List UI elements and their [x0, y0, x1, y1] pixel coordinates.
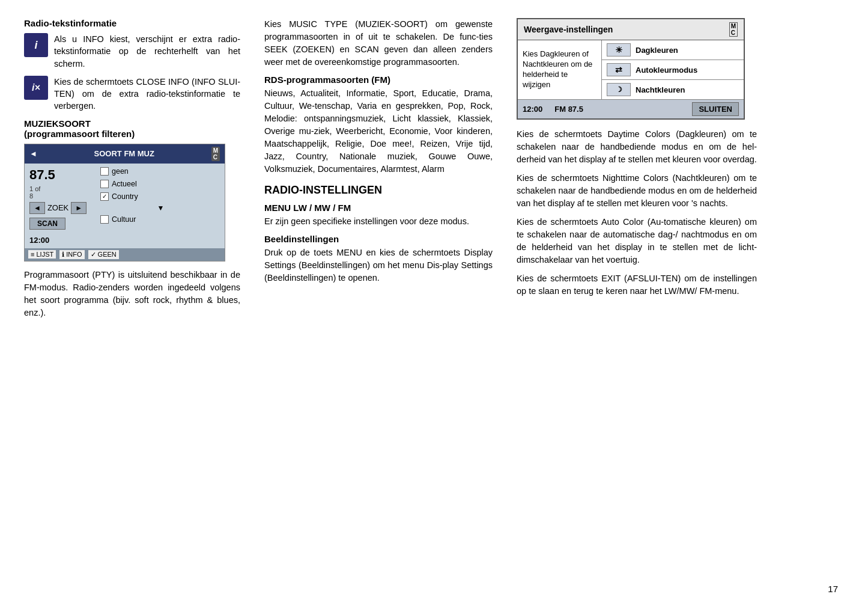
fm-counter: 1 of 8 [29, 185, 92, 200]
autokleurmodus-button[interactable]: ⇄ Autokleurmodus [602, 60, 744, 80]
page-number: 17 [828, 584, 838, 594]
close-info-icon: i× [24, 76, 48, 100]
checkbox-country[interactable]: ✓ [100, 192, 109, 201]
beeldinstellingen-body: Druk op de toets MENU en kies de schermt… [264, 246, 493, 284]
fm-body: 87.5 1 of 8 ◄ ZOEK ► SCAN 12:00 [25, 164, 225, 248]
fm-of-label: of [35, 185, 40, 192]
dagkleuren-label: Dagkleuren [636, 46, 678, 55]
display-mc-badge: MC [729, 22, 738, 37]
fm-back-arrow[interactable]: ◄ [29, 149, 37, 158]
radio-tekstinformatie-heading: Radio-tekstinformatie [24, 18, 240, 28]
fm-title: SOORT FM MUZ [94, 149, 154, 158]
beeldinstellingen-heading: Beeldinstellingen [264, 234, 493, 244]
list-item-actueel[interactable]: Actueel [100, 179, 221, 189]
list-item-country[interactable]: ✓ Country [100, 191, 221, 202]
label-country: Country [112, 192, 138, 201]
right-para-3: Kies de schermtoets Auto Color (Au-tomat… [517, 216, 757, 266]
nachtkleuren-label: Nachtkleuren [636, 85, 685, 94]
fm-seek-label: ZOEK [47, 203, 68, 212]
display-row-buttons: ☀ Dagkleuren ⇄ Autokleurmodus ☽ [602, 40, 744, 99]
muzieksoort-heading: MUZIEKSOORT (programmasoort filteren) [24, 118, 240, 139]
pty-description: Programmasoort (PTY) is uitsluitend besc… [24, 269, 240, 319]
menu-lw-mw-fm-heading: MENU LW / MW / FM [264, 203, 493, 213]
list-item-geen[interactable]: geen [100, 166, 221, 177]
display-bottom-bar: 12:00 FM 87.5 SLUITEN [518, 100, 744, 118]
left-column: Radio-tekstinformatie i Als u INFO kiest… [24, 18, 252, 594]
fm-prev-button[interactable]: ◄ [29, 202, 45, 214]
checkbox-cultuur[interactable] [100, 215, 109, 224]
display-settings-widget: Weergave-instellingen MC Kies Dagkleuren… [517, 18, 745, 120]
fm-display-widget: ◄ SOORT FM MUZ MC 87.5 1 of 8 ◄ ZOEK ► [24, 144, 225, 262]
menu-lw-mw-fm-body: Er zijn geen specifieke instellingen voo… [264, 215, 493, 228]
dagkleuren-icon: ☀ [607, 43, 631, 57]
fm-time: 12:00 [29, 236, 92, 245]
fm-scan-row: SCAN [29, 218, 92, 232]
label-cultuur: Cultuur [112, 215, 136, 224]
icon1-text: Als u INFO kiest, verschijnt er extra ra… [54, 33, 240, 70]
display-time: 12:00 [523, 105, 542, 114]
radio-instellingen-heading: RADIO-INSTELLINGEN [264, 184, 493, 197]
fm-bottom-bar: ≡ LIJST ℹ INFO ✓ GEEN [25, 248, 225, 261]
fm-geen-button[interactable]: ✓ GEEN [88, 250, 119, 259]
icon2-text: Kies de schermtoets CLOSE INFO (INFO SLU… [54, 76, 240, 112]
fm-next-button[interactable]: ► [71, 202, 86, 214]
info-icon: i [24, 33, 48, 57]
right-para-1: Kies de schermtoets Daytime Colors (Dagk… [517, 128, 757, 166]
fm-info-button[interactable]: ℹ INFO [59, 250, 84, 259]
right-para-4: Kies de schermtoets EXIT (AFSLUI-TEN) om… [517, 272, 757, 298]
fm-frequency: 87.5 [29, 167, 92, 183]
display-title: Weergave-instellingen [524, 25, 613, 34]
fm-scroll-down[interactable]: ▼ [100, 204, 221, 212]
fm-lijst-button[interactable]: ≡ LIJST [28, 250, 56, 259]
icon-info-box: i Als u INFO kiest, verschijnt er extra … [24, 33, 240, 70]
fm-right-panel: geen Actueel ✓ Country ▼ Cultuur [97, 164, 225, 248]
nachtkleuren-button[interactable]: ☽ Nachtkleuren [602, 80, 744, 99]
label-actueel: Actueel [112, 180, 137, 188]
middle-column: Kies MUSIC TYPE (MUZIEK-SOORT) om gewens… [252, 18, 505, 594]
display-title-bar: Weergave-instellingen MC [518, 19, 744, 40]
display-fm-text: FM 87.5 [554, 105, 583, 114]
display-main-row: Kies Dagkleuren of Nachtkleuren om de he… [518, 40, 744, 100]
right-para-2: Kies de schermtoets Nighttime Colors (Na… [517, 172, 757, 210]
label-geen: geen [112, 167, 129, 176]
dagkleuren-button[interactable]: ☀ Dagkleuren [602, 40, 744, 60]
rds-programmasoorten-heading: RDS-programmasoorten (FM) [264, 75, 493, 85]
fm-scan-button[interactable]: SCAN [29, 218, 65, 230]
fm-top-bar: ◄ SOORT FM MUZ MC [25, 144, 225, 164]
nachtkleuren-icon: ☽ [607, 83, 631, 96]
fm-left-panel: 87.5 1 of 8 ◄ ZOEK ► SCAN 12:00 [25, 164, 97, 248]
fm-mc-badge: MC [211, 147, 220, 161]
autokleurmodus-label: Autokleurmodus [636, 66, 697, 75]
autokleurmodus-icon: ⇄ [607, 63, 631, 76]
right-column: Weergave-instellingen MC Kies Dagkleuren… [505, 18, 757, 594]
checkbox-actueel[interactable] [100, 180, 109, 188]
fm-seek-row: ◄ ZOEK ► [29, 202, 92, 214]
display-row-left-label: Kies Dagkleuren of Nachtkleuren om de he… [518, 40, 602, 99]
muziek-intro: Kies MUSIC TYPE (MUZIEK-SOORT) om gewens… [264, 18, 493, 69]
list-item-cultuur[interactable]: Cultuur [100, 214, 221, 225]
icon-close-info-box: i× Kies de schermtoets CLOSE INFO (INFO … [24, 76, 240, 112]
rds-programmasoorten-body: Nieuws, Actualiteit, Informatie, Sport, … [264, 87, 493, 176]
sluiten-button[interactable]: SLUITEN [692, 102, 739, 116]
checkbox-geen[interactable] [100, 167, 109, 176]
